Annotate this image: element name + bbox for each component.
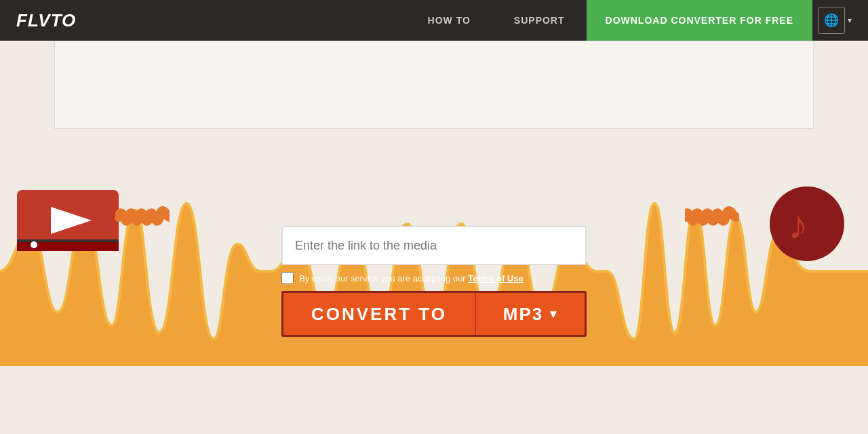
download-button[interactable]: DOWNLOAD CONVERTER FOR FREE: [587, 0, 812, 41]
nav-support[interactable]: SUPPORT: [492, 15, 587, 26]
svg-text:♪: ♪: [788, 202, 808, 248]
svg-rect-2: [17, 239, 119, 242]
nav-how-to[interactable]: HOW TO: [406, 15, 492, 26]
center-form: By using our service you are accepting o…: [281, 226, 587, 337]
main-content: By using our service you are accepting o…: [0, 41, 868, 434]
nav: HOW TO SUPPORT DOWNLOAD CONVERTER FOR FR…: [406, 0, 852, 41]
convert-button[interactable]: CONVERT TO MP3 ▾: [281, 291, 587, 337]
terms-of-use-link[interactable]: Terms of Use: [468, 273, 523, 283]
terms-text: By using our service you are accepting o…: [299, 273, 524, 283]
svg-point-4: [31, 241, 37, 248]
language-button[interactable]: 🌐: [818, 7, 845, 34]
media-url-input[interactable]: [281, 226, 587, 265]
globe-icon: 🌐: [824, 13, 839, 28]
convert-label: CONVERT TO: [283, 293, 476, 335]
format-chevron-icon: ▾: [550, 307, 557, 321]
language-chevron-icon[interactable]: ▾: [848, 16, 852, 25]
terms-row: By using our service you are accepting o…: [281, 272, 587, 284]
header: FLVTO HOW TO SUPPORT DOWNLOAD CONVERTER …: [0, 0, 868, 41]
banner-area: [54, 41, 814, 129]
convert-format-selector[interactable]: MP3 ▾: [476, 293, 585, 335]
music-icon: ♪: [732, 183, 854, 264]
video-icon: [14, 183, 122, 264]
logo: FLVTO: [16, 10, 76, 31]
terms-checkbox[interactable]: [281, 272, 294, 284]
format-label: MP3: [503, 304, 543, 325]
